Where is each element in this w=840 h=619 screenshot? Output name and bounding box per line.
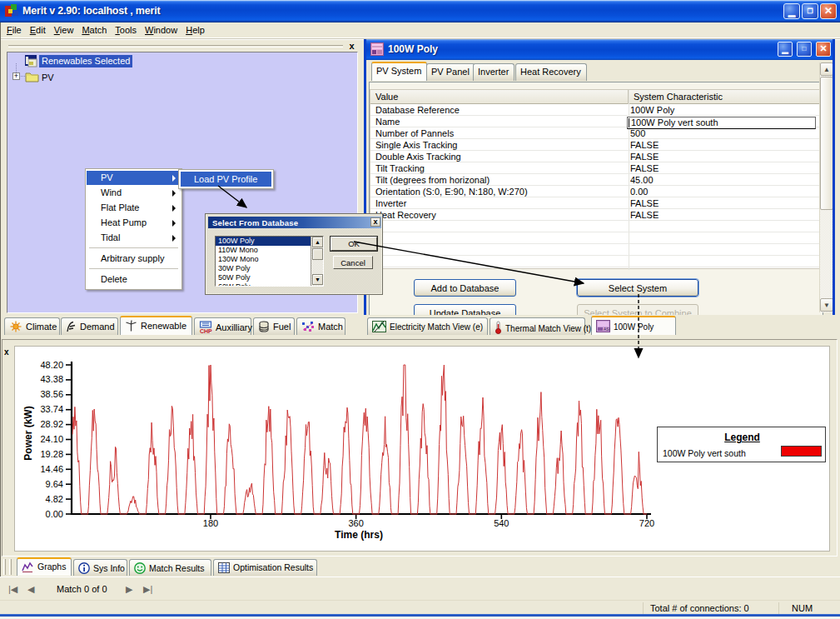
svg-text:28.92: 28.92: [40, 419, 63, 429]
svg-text:180: 180: [203, 518, 218, 528]
svg-text:48.20: 48.20: [40, 360, 63, 370]
svg-text:4.82: 4.82: [46, 494, 63, 504]
svg-text:720: 720: [639, 518, 654, 528]
svg-text:540: 540: [494, 518, 509, 528]
svg-text:9.64: 9.64: [46, 479, 63, 489]
svg-text:ASb: ASb: [604, 327, 610, 332]
svg-text:19.28: 19.28: [40, 449, 63, 459]
svg-text:Time (hrs): Time (hrs): [335, 529, 383, 541]
svg-text:24.10: 24.10: [40, 434, 63, 444]
svg-text:Power (kW): Power (kW): [22, 406, 34, 460]
svg-text:0.00: 0.00: [46, 509, 63, 519]
svg-text:33.74: 33.74: [40, 404, 63, 414]
svg-text:14.46: 14.46: [40, 464, 63, 474]
svg-text:CHP: CHP: [200, 328, 212, 334]
svg-text:43.38: 43.38: [40, 374, 63, 384]
svg-text:38.56: 38.56: [40, 389, 63, 399]
svg-text:360: 360: [348, 518, 363, 528]
